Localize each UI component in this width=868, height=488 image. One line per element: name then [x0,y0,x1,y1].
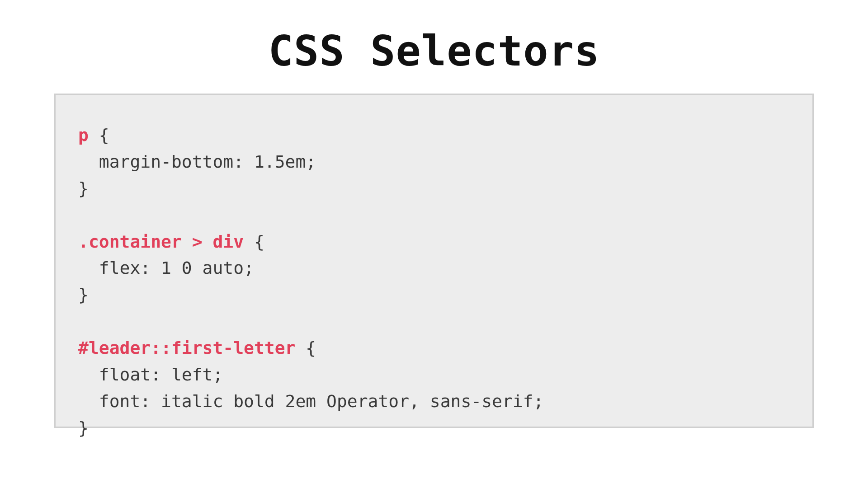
declaration: margin-bottom: 1.5em; [78,152,316,172]
declaration: flex: 1 0 auto; [78,258,254,278]
selector-container-div: .container > div [78,232,244,252]
brace-close: } [78,178,89,198]
brace-open: { [244,232,264,252]
code-block: p { margin-bottom: 1.5em; } .container >… [78,122,790,441]
brace-open: { [295,338,316,358]
declaration: font: italic bold 2em Operator, sans-ser… [78,391,544,411]
selector-leader-first-letter: #leader::first-letter [78,338,295,358]
declaration: float: left; [78,365,223,385]
selector-p: p [78,125,89,145]
brace-open: { [89,125,109,145]
brace-close: } [78,418,89,438]
slide-title: CSS Selectors [54,27,814,75]
brace-close: } [78,285,89,305]
slide: CSS Selectors p { margin-bottom: 1.5em; … [0,0,868,488]
code-example-box: p { margin-bottom: 1.5em; } .container >… [54,94,814,428]
